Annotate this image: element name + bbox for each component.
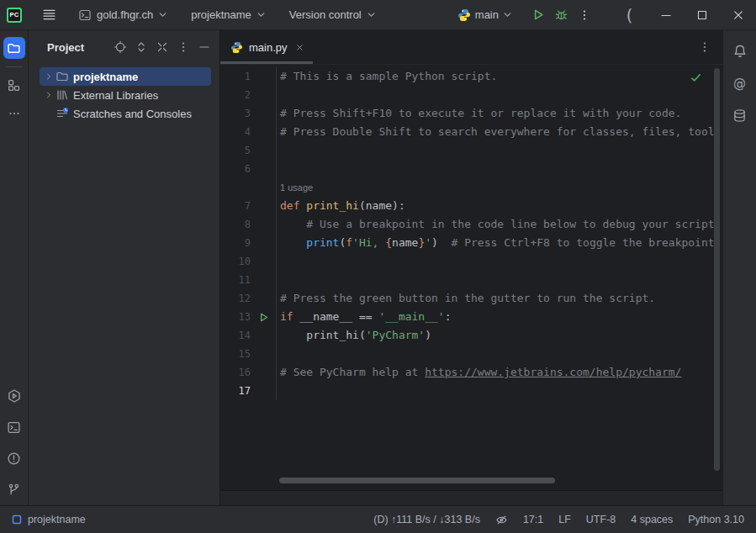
chevron-down-icon	[158, 10, 167, 19]
code-line[interactable]: 4# Press Double Shift to search everywhe…	[220, 123, 722, 141]
collapse-all-icon[interactable]	[156, 40, 169, 54]
code-line[interactable]: 9 print(f'Hi, {name}') # Press Ctrl+F8 t…	[220, 234, 722, 252]
kebab-icon	[698, 40, 711, 54]
code-line[interactable]: 2	[220, 86, 722, 104]
vcs-menu[interactable]: Version control	[284, 5, 381, 24]
code-token: {	[385, 236, 392, 249]
line-ending-widget[interactable]: LF	[558, 514, 571, 525]
code-line[interactable]: 10	[220, 252, 722, 271]
line-number: 1	[220, 67, 251, 86]
indent-widget[interactable]: 4 spaces	[631, 514, 673, 525]
comment-link[interactable]: https://www.jetbrains.com/help/pycharm/	[425, 366, 681, 378]
encoding-widget[interactable]: UTF-8	[586, 514, 616, 525]
gutter-icon-slot	[251, 215, 276, 234]
pycharm-logo-text: PC	[9, 11, 19, 18]
code-line[interactable]: 7def print_hi(name):	[220, 197, 722, 215]
panel-options-icon[interactable]	[177, 40, 190, 54]
gutter: 14	[220, 326, 276, 345]
ai-assistant-button[interactable]: @	[729, 72, 751, 94]
horizontal-scrollbar[interactable]	[279, 478, 555, 483]
line-number: 17	[220, 382, 251, 400]
code-line[interactable]: 6	[220, 160, 722, 178]
structure-toolwindow-button[interactable]	[3, 74, 25, 96]
gutter: 17	[220, 382, 276, 400]
more-toolwindows-button[interactable]	[3, 103, 25, 124]
debug-button[interactable]	[549, 4, 573, 26]
code-line[interactable]: 14 print_hi('PyCharm')	[220, 326, 722, 345]
problems-toolwindow-button[interactable]	[3, 447, 25, 469]
tab-options-button[interactable]	[698, 40, 711, 54]
code-line[interactable]: 13 if __name__ == '__main__':	[220, 308, 722, 326]
title-bar: PC gold.fhgr.ch projektname Version cont…	[0, 0, 756, 30]
code-line[interactable]: 1# This is a sample Python script.	[220, 67, 722, 86]
notifications-button[interactable]	[729, 40, 751, 62]
minimize-button[interactable]	[648, 0, 684, 29]
gutter: 11	[220, 271, 276, 289]
code-line[interactable]: 17	[220, 382, 722, 400]
git-toolwindow-button[interactable]	[3, 478, 25, 500]
project-selector[interactable]: projektname	[186, 5, 271, 24]
tree-item-label: projektname	[73, 71, 138, 83]
project-name-label: projektname	[191, 8, 251, 21]
run-config-label: main	[475, 8, 499, 21]
more-actions-button[interactable]	[573, 4, 596, 26]
code-line[interactable]: 3# Press Shift+F10 to execute it or repl…	[220, 104, 722, 123]
tree-item-projektname[interactable]: projektname	[40, 67, 211, 86]
chevron-down-icon	[367, 10, 376, 19]
code-line[interactable]: 12# Press the green button in the gutter…	[220, 289, 722, 308]
tree-item-external-libraries[interactable]: External Libraries	[40, 86, 211, 104]
tab-close-icon[interactable]	[295, 43, 304, 52]
interpreter-widget[interactable]: Python 3.10	[688, 514, 744, 525]
code-token: print_hi	[306, 199, 359, 212]
project-square-icon	[12, 515, 22, 525]
terminal-toolwindow-button[interactable]	[3, 416, 25, 438]
remote-host-label: gold.fhgr.ch	[97, 8, 153, 21]
code-line[interactable]: 15	[220, 345, 722, 363]
run-line-icon[interactable]	[258, 312, 269, 323]
remote-host-selector[interactable]: gold.fhgr.ch	[73, 5, 172, 25]
code-token	[280, 236, 306, 249]
editor[interactable]: 1# This is a sample Python script.23# Pr…	[220, 65, 722, 490]
run-button[interactable]	[526, 4, 549, 26]
code-line[interactable]: 5	[220, 141, 722, 160]
code-token: # Press the green button in the gutter t…	[280, 292, 655, 304]
gutter: 10	[220, 252, 276, 271]
usage-inlay-hint[interactable]: 1 usage	[280, 182, 313, 193]
code-text: 1 usage	[276, 178, 722, 197]
code-text: print_hi('PyCharm')	[276, 326, 722, 345]
gutter: 2	[220, 86, 276, 104]
vcs-label: Version control	[289, 8, 362, 21]
code-line[interactable]: 1 usage	[220, 178, 722, 197]
crescent-button[interactable]: (	[611, 0, 648, 29]
chevron-right-icon	[44, 90, 54, 100]
maximize-button[interactable]	[684, 0, 720, 29]
run-configuration-selector[interactable]: main	[452, 5, 517, 25]
code-line[interactable]: 11	[220, 271, 722, 289]
status-bar: projektname (D) ↑111 B/s / ↓313 B/s 17:1…	[0, 505, 756, 533]
hide-panel-icon[interactable]	[198, 40, 211, 54]
locate-file-icon[interactable]	[114, 40, 127, 54]
main-menu-button[interactable]	[37, 4, 61, 25]
caret-position-widget[interactable]: 17:1	[523, 514, 543, 525]
line-number: 5	[220, 141, 251, 160]
tab-main-py[interactable]: main.py	[220, 30, 313, 64]
gutter-icon-slot	[251, 141, 276, 160]
database-button[interactable]	[729, 104, 751, 126]
project-toolwindow-button[interactable]	[3, 37, 25, 59]
close-button[interactable]	[720, 0, 756, 29]
code-line[interactable]: 8 # Use a breakpoint in the code line be…	[220, 215, 722, 234]
structure-icon	[7, 78, 21, 92]
hamburger-icon	[42, 8, 56, 22]
tree-item-scratches[interactable]: Scratches and Consoles	[40, 104, 211, 123]
code-token: __name__ ==	[299, 310, 378, 323]
code-token: # Use a breakpoint in the code line belo…	[280, 218, 715, 230]
vertical-scrollbar[interactable]	[714, 68, 720, 471]
main-area: Project	[0, 30, 756, 505]
code-line[interactable]: 16# See PyCharm help at https://www.jetb…	[220, 363, 722, 382]
expand-selector-icon[interactable]	[135, 40, 148, 54]
services-toolwindow-button[interactable]	[3, 385, 25, 407]
line-number: 3	[220, 104, 251, 123]
highlighting-level-icon[interactable]	[495, 514, 508, 526]
line-number: 12	[220, 289, 251, 308]
inspections-ok-icon[interactable]	[690, 71, 702, 84]
